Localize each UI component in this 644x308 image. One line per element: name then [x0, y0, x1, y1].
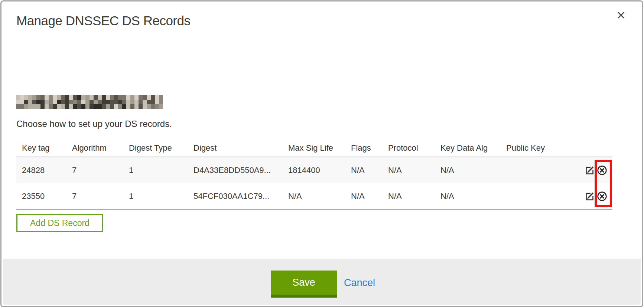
column-header: Key tag — [22, 143, 72, 153]
cancel-link[interactable]: Cancel — [344, 277, 375, 289]
manage-dnssec-modal: Manage DNSSEC DS Records ✕ Choose how to… — [0, 0, 643, 307]
table-cell: 1 — [129, 191, 193, 201]
table-cell: N/A — [440, 166, 506, 175]
table-cell: N/A — [388, 166, 440, 175]
edit-icon[interactable] — [585, 166, 595, 175]
table-cell: N/A — [351, 166, 388, 175]
column-header: Algorithm — [72, 143, 129, 153]
table-cell: D4A33E8DD550A9... — [193, 166, 288, 175]
table-header-row: Key tagAlgorithmDigest TypeDigestMax Sig… — [16, 140, 612, 157]
ds-records-table: Key tagAlgorithmDigest TypeDigestMax Sig… — [16, 140, 612, 210]
table-cell: 24828 — [22, 166, 72, 175]
table-cell: N/A — [388, 191, 440, 201]
column-header: Protocol — [388, 143, 440, 153]
save-button[interactable]: Save — [271, 271, 337, 298]
add-ds-record-button[interactable]: Add DS Record — [16, 214, 103, 232]
row-actions — [562, 191, 612, 201]
table-cell: 23550 — [22, 191, 72, 201]
column-header: Flags — [351, 143, 388, 153]
table-cell: 7 — [72, 166, 129, 175]
row-actions — [562, 165, 612, 176]
table-cell: N/A — [351, 191, 388, 201]
table-cell: 1 — [129, 166, 193, 175]
delete-icon[interactable] — [597, 165, 607, 176]
table-cell: N/A — [288, 191, 351, 201]
table-body: 2482871D4A33E8DD550A9...1814400N/AN/AN/A… — [16, 157, 612, 210]
column-header: Max Sig Life — [288, 143, 351, 153]
close-icon[interactable]: ✕ — [616, 10, 626, 21]
column-header: Digest — [193, 143, 288, 153]
modal-footer: Save Cancel — [3, 259, 641, 305]
column-header: Public Key — [506, 143, 562, 153]
delete-icon[interactable] — [597, 191, 607, 201]
table-cell: 1814400 — [288, 166, 351, 175]
modal-title: Manage DNSSEC DS Records — [16, 13, 190, 28]
column-header: Key Data Alg — [440, 143, 506, 153]
table-row: 235507154FCF030AA1C79...N/AN/AN/AN/A — [16, 183, 612, 209]
table-cell: 54FCF030AA1C79... — [193, 191, 288, 201]
edit-icon[interactable] — [585, 191, 595, 201]
table-row: 2482871D4A33E8DD550A9...1814400N/AN/AN/A — [16, 157, 612, 183]
instruction-text: Choose how to set up your DS records. — [16, 119, 172, 129]
column-header: Digest Type — [129, 143, 193, 153]
table-cell: 7 — [72, 191, 129, 201]
redacted-domain-name — [16, 95, 163, 109]
table-cell: N/A — [440, 191, 506, 201]
